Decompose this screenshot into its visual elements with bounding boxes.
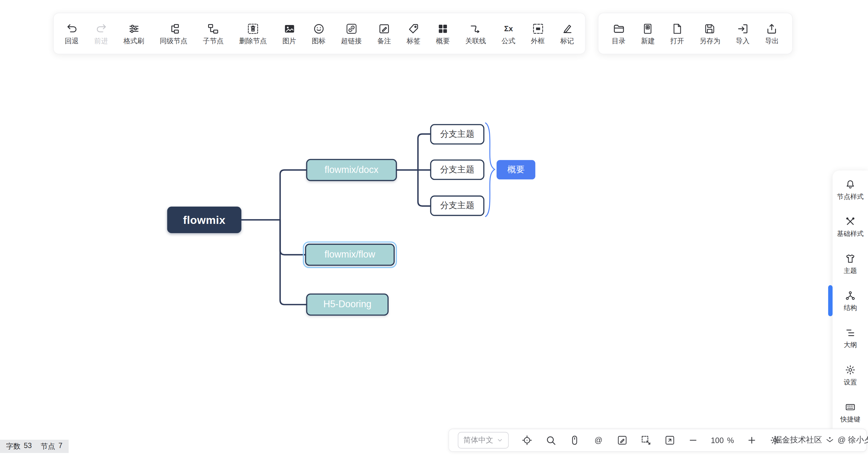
undo-button[interactable]: 回退	[65, 23, 79, 44]
sidebar-item-basic-style[interactable]: 基础样式	[833, 208, 868, 245]
new-file-icon	[642, 23, 654, 35]
save-as-button[interactable]: 另存为	[700, 23, 720, 44]
edge-root-docx	[280, 170, 306, 220]
zoom-out-button[interactable]	[688, 435, 698, 445]
theme-icon	[845, 253, 856, 264]
search-button[interactable]	[545, 435, 556, 446]
sidebar-item-theme[interactable]: 主题	[833, 245, 868, 282]
mention-button[interactable]: @	[593, 435, 604, 446]
zoom-value: 100	[711, 436, 724, 445]
mindmap-node-flowmix-flow-selected[interactable]: flowmix/flow	[305, 244, 395, 266]
format-painter-button[interactable]: 格式刷	[123, 23, 144, 44]
mindmap-summary-node[interactable]: 概要	[497, 160, 535, 179]
redo-icon	[95, 23, 107, 35]
note-label: 备注	[377, 38, 391, 44]
word-count-value: 53	[24, 441, 32, 451]
right-sidebar: 节点样式 基础样式 主题 结构 大纲	[833, 171, 868, 438]
mark-icon	[561, 23, 573, 35]
save-as-icon	[704, 23, 716, 35]
hyperlink-button[interactable]: 超链接	[341, 23, 362, 44]
status-bar: 字数 53 节点 7	[0, 440, 68, 453]
fit-view-button[interactable]	[664, 435, 675, 446]
settings-icon	[845, 364, 856, 375]
tag-button[interactable]: 标签	[406, 23, 421, 44]
summary-icon	[437, 23, 449, 35]
hyperlink-label: 超链接	[341, 38, 362, 44]
note-icon	[378, 23, 390, 35]
mouse-mode-button[interactable]	[569, 435, 580, 446]
mindmap-branch-node[interactable]: 分支主题	[430, 195, 484, 216]
import-button[interactable]: 导入	[736, 23, 750, 44]
edge-root-flow	[280, 220, 305, 255]
mindmap-edges-layer	[0, 0, 868, 457]
save-as-label: 另存为	[700, 38, 720, 44]
emoji-icon	[312, 23, 324, 35]
import-label: 导入	[736, 38, 750, 44]
export-label: 导出	[765, 38, 779, 44]
minus-icon	[688, 435, 698, 445]
new-file-button[interactable]: 新建	[641, 23, 655, 44]
mindmap-branch-node[interactable]: 分支主题	[430, 159, 484, 180]
crosshair-icon	[521, 435, 532, 446]
mindmap-branch-node[interactable]: 分支主题	[430, 124, 484, 145]
note-button[interactable]: 备注	[377, 23, 391, 44]
open-file-button[interactable]: 打开	[670, 23, 684, 44]
sidebar-item-label: 设置	[844, 378, 857, 385]
edge-docx-branch1	[418, 134, 430, 170]
annotate-button[interactable]	[617, 435, 628, 446]
mark-button[interactable]: 标记	[560, 23, 574, 44]
search-icon	[545, 435, 556, 446]
export-button[interactable]: 导出	[765, 23, 779, 44]
outer-frame-button[interactable]: 外框	[531, 23, 545, 44]
delete-node-icon	[247, 23, 259, 35]
emoji-button[interactable]: 图标	[312, 23, 326, 44]
child-node-button[interactable]: 子节点	[203, 23, 223, 44]
edge-root-dooring	[280, 220, 306, 304]
sidebar-item-label: 大纲	[844, 341, 857, 348]
language-select[interactable]: 简体中文	[458, 432, 509, 449]
file-toolbar: 目录 新建 打开 另存为	[598, 13, 793, 54]
locate-button[interactable]	[521, 435, 532, 446]
mindmap-node-flowmix-docx[interactable]: flowmix/docx	[306, 159, 397, 181]
juejin-logo-icon	[826, 436, 834, 445]
sidebar-item-label: 节点样式	[837, 193, 864, 200]
sidebar-item-label: 基础样式	[837, 230, 864, 237]
sidebar-item-outline[interactable]: 大纲	[833, 319, 868, 356]
relation-line-icon	[469, 23, 482, 35]
mindmap-node-h5-dooring[interactable]: H5-Dooring	[306, 294, 389, 316]
directory-button[interactable]: 目录	[612, 23, 626, 44]
app-window: flowmix flowmix/docx flowmix/flow H5-Doo…	[0, 0, 868, 457]
format-painter-icon	[128, 23, 140, 35]
sidebar-item-structure[interactable]: 结构	[833, 282, 868, 319]
node-count: 节点 7	[41, 441, 62, 451]
relation-line-label: 关联线	[465, 38, 486, 44]
sibling-node-button[interactable]: 同级节点	[160, 23, 187, 44]
watermark-text-community: 掘金技术社区	[774, 435, 822, 445]
redo-button[interactable]: 前进	[94, 23, 108, 44]
plus-icon	[747, 435, 756, 445]
import-icon	[737, 23, 748, 35]
sidebar-active-indicator	[828, 285, 833, 316]
expand-icon	[664, 435, 675, 446]
delete-node-button[interactable]: 删除节点	[239, 23, 267, 44]
tag-icon	[407, 23, 420, 35]
sidebar-item-node-style[interactable]: 节点样式	[833, 171, 868, 208]
mindmap-root-node[interactable]: flowmix	[167, 207, 241, 233]
summary-button[interactable]: 概要	[436, 23, 450, 44]
at-sign-icon: @	[593, 435, 604, 446]
sidebar-item-settings[interactable]: 设置	[833, 356, 868, 393]
image-button[interactable]: 图片	[282, 23, 296, 44]
sibling-node-label: 同级节点	[160, 38, 187, 44]
delete-node-label: 删除节点	[239, 38, 267, 44]
formula-label: 公式	[502, 38, 516, 44]
node-count-value: 7	[58, 441, 62, 451]
open-file-icon	[671, 23, 683, 35]
formula-button[interactable]: Σx 公式	[502, 23, 516, 44]
svg-text:@: @	[594, 436, 602, 444]
zoom-in-button[interactable]	[747, 435, 756, 445]
marquee-select-icon	[641, 435, 652, 446]
sidebar-item-shortcuts[interactable]: 快捷键	[833, 393, 868, 430]
relation-line-button[interactable]: 关联线	[465, 23, 486, 44]
select-area-button[interactable]	[641, 435, 652, 446]
tag-label: 标签	[406, 38, 421, 44]
